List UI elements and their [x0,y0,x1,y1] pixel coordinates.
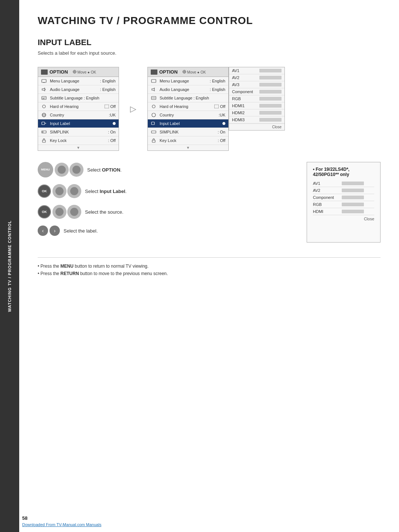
menu1-row1-value: : English [100,87,116,92]
right-arrow-btn[interactable]: › [50,226,60,236]
menu1-row-0: Menu Language : English [38,77,119,85]
step-4-row: ‹ › Select the label. [38,226,292,236]
country2-icon [151,112,157,118]
arrow-right: ▷ [130,104,136,114]
menu1-row6-label: SIMPLINK [50,130,106,134]
menu2-title: OPTION [159,69,178,75]
popup-row-hdmi3[interactable]: HDMI3 [229,116,284,123]
ok-button-2[interactable]: OK [38,205,51,218]
popup-row-component[interactable]: Component [229,88,284,95]
model-popup-av1[interactable]: AV1 [313,180,374,187]
model-popup-av2[interactable]: AV2 [313,187,374,194]
section-desc: Selects a label for each input source. [38,50,381,56]
menu-button-label: MENU [41,168,50,172]
sidebar: WATCHING TV / PROGRAMME CONTROL [0,0,19,532]
menu2-row-1: Audio Language : English [148,85,228,94]
menu1-row-1: Audio Language : English [38,85,119,94]
footer-link[interactable]: Downloaded From TV-Manual.com Manuals [22,522,101,527]
menu1-row4-value: :UK [109,113,116,117]
model-popup-rgb[interactable]: RGB [313,201,374,208]
popup-av2-bar [259,76,282,79]
bottom-note-1: • Press the MENU button to return to nor… [38,264,381,269]
step2-text: Select Input Label. [85,189,127,194]
tv2-icon [151,78,157,84]
menu1-row7-label: Key Lock [50,138,106,143]
model-popup-component[interactable]: Component [313,194,374,201]
menu2-row3-label: Hard of Hearing [160,104,213,109]
popup-row-hdmi1[interactable]: HDMI1 [229,102,284,109]
selected-dot-icon [113,122,116,125]
svg-point-9 [42,105,45,108]
menu-button[interactable]: MENU [38,162,53,177]
section-title: INPUT LABEL [38,38,381,47]
left-arrow-btn[interactable]: ‹ [38,226,48,236]
svg-rect-30 [151,131,156,133]
simplink-icon [41,129,47,135]
menu1-nav: Move ● OK [73,70,96,74]
popup-hdmi1-bar [259,104,282,108]
steps-section: MENU Select OPTION. [38,162,381,243]
menu2-row-4: Country :UK [148,111,228,119]
model-popup-component-bar [342,196,364,199]
svg-point-26 [152,105,155,108]
menu2-row4-value: :UK [219,113,225,117]
model-popup-hdmi-label: HDMI [313,209,339,214]
popup-hdmi2-label: HDMI2 [232,111,258,115]
popup-row-hdmi2[interactable]: HDMI2 [229,109,284,116]
steps-left: MENU Select OPTION. [38,162,292,243]
popup-hdmi3-label: HDMI3 [232,118,258,122]
subtitle2-icon [151,95,157,101]
step4-text: Select the label. [64,228,98,234]
bottom-notes: • Press the MENU button to return to nor… [38,257,381,276]
menu1-row-4: Country :UK [38,111,119,119]
menu2-row0-value: : English [210,79,225,83]
page-title: WATCHING TV / PROGRAMME CONTROL [38,15,381,27]
menu2-row-3: Hard of Hearing Off [148,102,228,111]
svg-marker-23 [152,88,154,91]
menu2-icon [151,70,157,75]
popup-row-rgb[interactable]: RGB [229,95,284,102]
model-popup-close-button[interactable]: Close [313,215,374,221]
menu2-body: Menu Language : English Audio Language :… [148,77,228,150]
bottom-note-2: • Press the RETURN button to move to the… [38,271,381,276]
nav-ring-1-inner [58,166,66,174]
nav-ring-2-inner [72,166,81,174]
right-panel: OPTION Move ● OK Menu Language : English [147,67,285,151]
menu1-row0-value: : English [100,79,116,83]
popup-hdmi1-label: HDMI1 [232,104,258,108]
hearing-box-icon [105,105,109,108]
popup-row-av2[interactable]: AV2 [229,74,284,81]
menu1-more: ▼ [38,145,119,150]
popup-row-av3[interactable]: AV3 [229,81,284,88]
nav-ring-5-inner [55,208,64,216]
menu2-row1-label: Audio Language [160,87,208,92]
menu1-title: OPTION [50,69,68,75]
svg-rect-14 [42,122,45,125]
input2-icon [151,121,157,126]
input-icon [41,121,47,126]
step3-text: Select the source. [85,209,123,215]
menu1-row-6: SIMPLINK : On [38,128,119,136]
svg-rect-3 [42,79,46,82]
model-popup-hdmi-bar [342,210,364,213]
model-note-box: • For 19/22LS4D*, 42/50PG10** only AV1 A… [307,162,381,243]
menu2-row4-label: Country [160,113,217,117]
hearing2-box-icon [214,105,219,108]
nav-ring-3-inner [55,187,64,195]
subtitle-icon [41,95,47,101]
nav-cluster-1 [55,163,83,177]
svg-rect-10 [105,105,109,108]
popup-close-button[interactable]: Close [229,123,284,130]
menu2-row7-label: Key Lock [160,138,216,143]
model-popup-hdmi[interactable]: HDMI [313,208,374,215]
menu2-row7-value: : Off [218,138,225,143]
nav-ring-6-inner [70,208,78,216]
ok-button[interactable]: OK [38,184,51,198]
main-content: WATCHING TV / PROGRAMME CONTROL INPUT LA… [19,0,399,293]
popup-row-av1[interactable]: AV1 [229,67,284,74]
menu2-row6-label: SIMPLINK [160,130,216,134]
menu1-row5-label: Input Label [50,121,110,126]
menus-row: OPTION Move ● OK Menu Language : English [38,67,381,151]
svg-rect-31 [152,140,155,142]
menu2-row3-value: Off [220,104,225,109]
